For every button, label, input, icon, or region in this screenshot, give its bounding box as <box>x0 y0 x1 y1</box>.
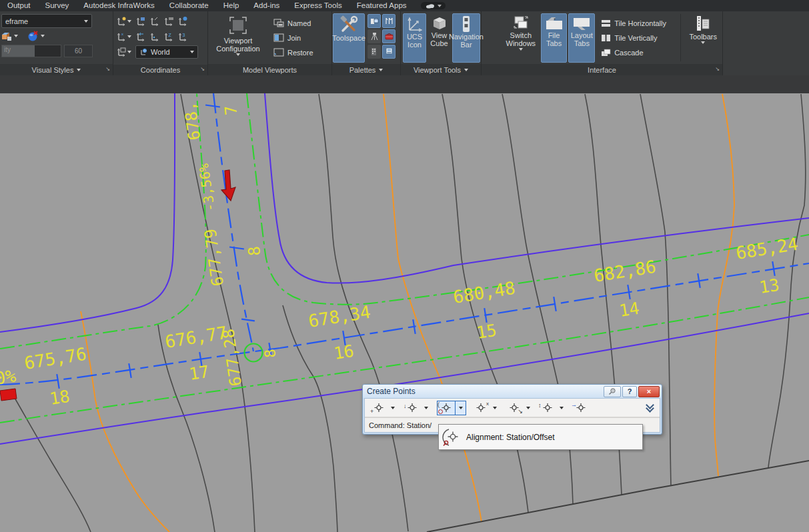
index-contour-line[interactable] <box>714 94 734 476</box>
visual-style-dropdown[interactable]: eframe <box>1 14 92 28</box>
restore-viewports-button[interactable]: Restore <box>273 45 313 60</box>
tool-palettes-button[interactable] <box>382 14 395 28</box>
opacity-slider[interactable]: ity <box>1 45 61 57</box>
toolbox-button[interactable] <box>382 29 395 43</box>
help-button[interactable]: ? <box>622 386 637 397</box>
ucs-rotate-button[interactable]: x <box>116 31 131 42</box>
create-point-surface-button[interactable]: x <box>472 401 490 415</box>
ucs-icon-toggle-button[interactable]: UCS Icon <box>403 13 426 63</box>
create-point-interpolate-dropdown[interactable] <box>556 401 566 415</box>
chevron-down-icon <box>127 20 131 23</box>
create-point-slope-dropdown[interactable] <box>523 401 533 415</box>
index-contour-line[interactable] <box>383 94 482 522</box>
tile-vertically-button[interactable]: Tile Vertically <box>601 31 678 45</box>
station-tick[interactable] <box>205 105 220 107</box>
create-point-misc-dropdown[interactable] <box>387 401 397 415</box>
panel-expander-icon[interactable] <box>200 64 205 75</box>
toolbar-expand-chevron[interactable] <box>647 405 653 411</box>
survey-toolspace-button[interactable] <box>367 14 381 28</box>
ucs-z-axis-icon[interactable]: Z <box>163 31 173 42</box>
cloud-connect-button[interactable] <box>421 2 446 9</box>
create-point-slope-button[interactable]: ↘ <box>506 401 523 415</box>
panel-title-interface[interactable]: Interface <box>482 64 722 75</box>
ucs-origin-icon[interactable] <box>149 16 159 27</box>
create-point-intersection-button[interactable]: ↓ <box>403 401 421 415</box>
panel-title-palettes[interactable]: Palettes <box>332 64 400 75</box>
station-tick[interactable] <box>229 247 244 249</box>
tile-horizontally-button[interactable]: Tile Horizontally <box>601 16 678 31</box>
chevron-down-icon <box>127 35 131 38</box>
menu-autodesk-infraworks[interactable]: Autodesk InfraWorks <box>76 0 162 11</box>
index-contour-line[interactable] <box>81 311 169 532</box>
contour-line[interactable] <box>12 393 91 532</box>
file-tabs-button[interactable]: File Tabs <box>541 13 568 63</box>
opacity-value[interactable]: 60 <box>64 45 93 57</box>
close-button[interactable]: × <box>638 386 660 397</box>
offset-lines[interactable] <box>0 93 809 423</box>
menu-collaborate[interactable]: Collaborate <box>162 0 216 11</box>
cascade-button[interactable]: Cascade <box>601 45 678 60</box>
create-point-surface-dropdown[interactable] <box>490 401 500 415</box>
minor-contours[interactable] <box>12 94 806 532</box>
create-point-interpolate-button[interactable]: ↕ <box>539 401 556 415</box>
face-style-button[interactable] <box>1 31 18 41</box>
switch-windows-button[interactable]: Switch Windows <box>502 13 540 63</box>
panel-title-coordinates[interactable]: Coordinates <box>113 65 207 75</box>
create-point-alignment-dropdown[interactable] <box>455 401 466 415</box>
ucs-button[interactable] <box>116 16 131 27</box>
ucs-axes-icon <box>406 15 424 33</box>
join-viewports-button[interactable]: Join <box>273 31 313 45</box>
menu-express-tools[interactable]: Express Tools <box>287 0 349 11</box>
alignment-centerline-side[interactable] <box>213 93 253 351</box>
alignments[interactable] <box>0 93 809 385</box>
navigation-bar-button[interactable]: Navigation Bar <box>452 13 480 63</box>
panel-title-viewport-tools[interactable]: Viewport Tools <box>401 64 481 75</box>
ucs-view-icon[interactable] <box>163 16 173 27</box>
drawing-view[interactable]: 675,76 18 676,77 17 678,34 16 680,48 15 … <box>0 93 809 532</box>
named-ucs-combo[interactable]: World <box>135 45 198 59</box>
panel-title-visual-styles[interactable]: Visual Styles <box>0 64 113 75</box>
create-point-intersection-dropdown[interactable] <box>421 401 431 415</box>
import-points-button[interactable]: → <box>572 401 590 415</box>
row-line[interactable] <box>0 93 175 332</box>
menu-output[interactable]: Output <box>0 0 38 11</box>
station-tick[interactable] <box>241 319 255 321</box>
create-point-misc-button[interactable]: + <box>370 401 387 415</box>
ucs-world-icon[interactable] <box>177 16 187 27</box>
database-icon <box>370 17 379 25</box>
ucs-3point-icon[interactable]: 3 <box>177 31 187 42</box>
sheet-set-manager-button[interactable] <box>382 45 395 59</box>
alignment-start-marker[interactable] <box>0 389 17 401</box>
named-viewports-button[interactable]: Named <box>273 16 313 31</box>
contour-line[interactable] <box>283 305 337 532</box>
menu-survey[interactable]: Survey <box>38 0 77 11</box>
create-point-alignment-button[interactable]: ( <box>438 401 455 415</box>
panel-expander-icon[interactable] <box>715 64 720 75</box>
contour-line[interactable] <box>158 325 215 532</box>
panel-expander-icon[interactable] <box>105 64 110 75</box>
layout-tabs-button[interactable]: Layout Tabs <box>568 13 595 63</box>
view-cube-button[interactable]: View Cube <box>428 13 451 63</box>
panel-title-model-viewports[interactable]: Model Viewports <box>208 64 331 75</box>
station-tick[interactable] <box>57 374 59 389</box>
model-space-viewport[interactable]: 675,76 18 676,77 17 678,34 16 680,48 15 … <box>0 93 809 532</box>
survey-button[interactable] <box>367 29 381 43</box>
menu-add-ins[interactable]: Add-ins <box>246 0 287 11</box>
ucs-icon-properties-button[interactable] <box>116 47 131 57</box>
toolspace-button[interactable]: Toolspace <box>333 13 365 63</box>
viewport-configuration-button[interactable]: Viewport Configuration <box>209 13 267 63</box>
station-ticks[interactable] <box>57 105 774 388</box>
surface-boundary[interactable] <box>427 461 809 532</box>
menu-featured-apps[interactable]: Featured Apps <box>349 0 414 11</box>
pin-button[interactable] <box>604 386 621 397</box>
create-points-titlebar[interactable]: Create Points ? × <box>363 385 662 398</box>
ucs-previous-icon[interactable] <box>135 31 145 42</box>
station-tick[interactable] <box>129 363 131 378</box>
ucs-named-icon[interactable] <box>135 16 145 27</box>
contour-line[interactable] <box>181 94 255 532</box>
menu-help[interactable]: Help <box>216 0 247 11</box>
properties-button[interactable] <box>367 45 381 59</box>
edge-effects-button[interactable] <box>27 31 45 41</box>
ucs-object-icon[interactable] <box>149 31 159 42</box>
toolbars-button[interactable]: Toolbars <box>684 13 722 63</box>
